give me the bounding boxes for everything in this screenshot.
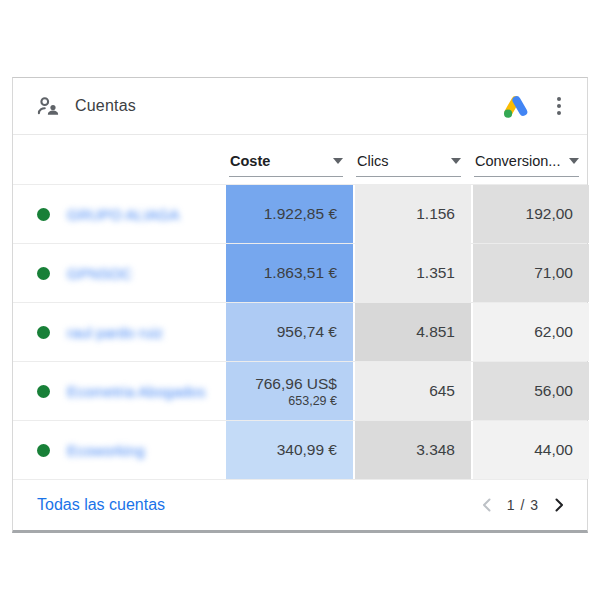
header-underline: [474, 176, 579, 177]
table-row: GRUPO ALIAGA 1.922,85 € 1.156 192,00: [13, 184, 587, 243]
widget-title: Cuentas: [75, 97, 136, 115]
dropdown-arrow-icon: [333, 158, 343, 164]
name-column-header: [13, 135, 226, 184]
clics-value: 1.351: [416, 264, 455, 282]
table-row: GPNSOC 1.863,51 € 1.351 71,00: [13, 243, 587, 302]
account-link[interactable]: GRUPO ALIAGA: [67, 206, 180, 223]
clics-cell: 1.156: [353, 185, 471, 243]
clics-cell: 1.351: [353, 244, 471, 302]
table-column-headers: Coste Clics Conversion...: [13, 135, 587, 184]
account-link[interactable]: raul pardo ruiz: [67, 324, 163, 341]
conversions-cell: 192,00: [471, 185, 589, 243]
account-link[interactable]: GPNSOC: [67, 265, 132, 282]
cost-cell: 340,99 €: [226, 421, 353, 479]
account-name-cell: Ecometria Abogados: [13, 362, 226, 420]
conversions-cell: 62,00: [471, 303, 589, 361]
all-accounts-link[interactable]: Todas las cuentas: [37, 496, 165, 514]
column-header-clics[interactable]: Clics: [353, 135, 471, 184]
dropdown-arrow-icon: [569, 158, 579, 164]
clics-value: 1.156: [416, 205, 455, 223]
conversions-cell: 44,00: [471, 421, 589, 479]
clics-cell: 645: [353, 362, 471, 420]
cost-value: 1.863,51 €: [264, 264, 337, 282]
clics-cell: 3.348: [353, 421, 471, 479]
column-label: Coste: [230, 151, 270, 169]
account-link[interactable]: Ecoworking: [67, 442, 145, 459]
kebab-menu-icon[interactable]: [545, 92, 573, 120]
account-link[interactable]: Ecometria Abogados: [67, 383, 205, 400]
conversions-value: 62,00: [534, 323, 573, 341]
table-row: raul pardo ruiz 956,74 € 4.851 62,00: [13, 302, 587, 361]
cost-value: 956,74 €: [277, 323, 337, 341]
conversions-cell: 71,00: [471, 244, 589, 302]
account-name-cell: GPNSOC: [13, 244, 226, 302]
card-footer: Todas las cuentas 1 / 3: [13, 479, 587, 530]
cost-value: 766,96 US$: [255, 375, 337, 393]
conversions-value: 44,00: [534, 441, 573, 459]
conversions-value: 71,00: [534, 264, 573, 282]
cost-value: 1.922,85 €: [264, 205, 337, 223]
column-header-coste[interactable]: Coste: [226, 135, 353, 184]
cost-cell: 766,96 US$ 653,29 €: [226, 362, 353, 420]
account-name-cell: raul pardo ruiz: [13, 303, 226, 361]
cost-value: 340,99 €: [277, 441, 337, 459]
column-label: Conversion...: [475, 151, 560, 169]
cost-cell: 1.922,85 €: [226, 185, 353, 243]
google-ads-icon[interactable]: [501, 92, 531, 120]
status-dot: [37, 326, 50, 339]
status-dot: [37, 208, 50, 221]
status-dot: [37, 444, 50, 457]
header-underline: [356, 176, 461, 177]
cost-cell: 1.863,51 €: [226, 244, 353, 302]
clics-value: 4.851: [416, 323, 455, 341]
conversions-cell: 56,00: [471, 362, 589, 420]
table-row: Ecometria Abogados 766,96 US$ 653,29 € 6…: [13, 361, 587, 420]
pagination: 1 / 3: [477, 495, 569, 515]
table-row: Ecoworking 340,99 € 3.348 44,00: [13, 420, 587, 479]
conversions-value: 56,00: [534, 382, 573, 400]
cost-secondary-value: 653,29 €: [288, 394, 337, 408]
accounts-widget-card: Cuentas Coste Clics Conversion...: [12, 77, 588, 533]
conversions-value: 192,00: [526, 205, 573, 223]
clics-value: 645: [429, 382, 455, 400]
column-label: Clics: [357, 151, 388, 169]
accounts-people-icon: [35, 93, 61, 119]
status-dot: [37, 267, 50, 280]
dropdown-arrow-icon: [451, 158, 461, 164]
clics-value: 3.348: [416, 441, 455, 459]
chevron-left-icon[interactable]: [477, 495, 497, 515]
header-underline: [229, 176, 343, 177]
column-header-conversions[interactable]: Conversion...: [471, 135, 589, 184]
page-indicator: 1 / 3: [507, 497, 539, 513]
chevron-right-icon[interactable]: [549, 495, 569, 515]
account-name-cell: GRUPO ALIAGA: [13, 185, 226, 243]
status-dot: [37, 385, 50, 398]
cost-cell: 956,74 €: [226, 303, 353, 361]
clics-cell: 4.851: [353, 303, 471, 361]
card-header: Cuentas: [13, 78, 587, 135]
account-name-cell: Ecoworking: [13, 421, 226, 479]
